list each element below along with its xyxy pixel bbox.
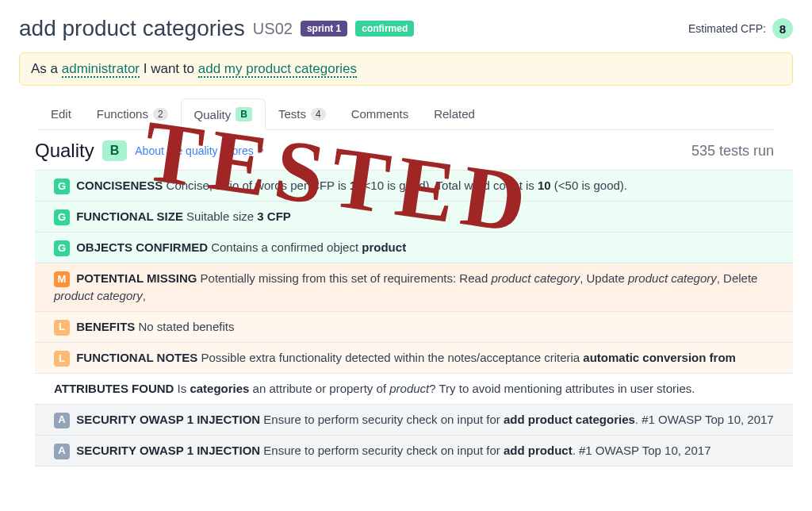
confirmed-badge: confirmed [355, 21, 414, 36]
grade-pill: G [54, 240, 70, 256]
grade-pill: A [54, 444, 70, 459]
tests-run-count: 535 tests run [691, 143, 774, 159]
quality-row-attributes-found: ATTRIBUTES FOUND Is categories an attrib… [35, 374, 793, 405]
tab-edit-label: Edit [51, 107, 71, 121]
row-label: POTENTIAL MISSING [76, 271, 197, 285]
row-bold: product [362, 240, 406, 254]
quality-row-objects-confirmed: G OBJECTS CONFIRMED Contains a confirmed… [35, 232, 793, 263]
row-text: . #1 OWASP Top 10, 2017 [635, 413, 774, 426]
grade-pill: A [54, 413, 70, 428]
quality-grade: B [102, 140, 128, 161]
row-label: SECURITY OWASP 1 INJECTION [76, 413, 260, 426]
quality-row-conciseness: G CONCISENESS Concise, ratio of words pe… [35, 171, 793, 202]
row-label: FUNCTIONAL SIZE [76, 209, 183, 223]
quality-row-benefits: L BENEFITS No stated benefits [35, 312, 793, 343]
quality-heading: Quality B About the quality scores ↗ 535… [19, 140, 793, 162]
story-prefix: As a [31, 61, 62, 76]
row-text: (<10 is good). Total word count is [356, 179, 538, 192]
cfp-label: Estimated CFP: [688, 22, 766, 35]
row-em: product [389, 382, 429, 395]
story-sentence: As a administrator I want to add my prod… [19, 52, 793, 86]
tab-related-label: Related [434, 107, 475, 121]
row-text: Ensure to perform security check on inpu… [263, 444, 504, 457]
row-text: Suitable size [186, 209, 257, 223]
row-text: . #1 OWASP Top 10, 2017 [573, 444, 711, 457]
grade-pill: M [54, 271, 70, 287]
tab-functions-label: Functions [97, 107, 148, 121]
story-id: US02 [253, 20, 293, 38]
row-text: Concise, ratio of words per CFP is [167, 179, 350, 192]
row-em: product category [491, 271, 580, 285]
quality-row-functional-notes: L FUNCTIONAL NOTES Possible extra functi… [35, 343, 793, 374]
tests-count: 4 [311, 108, 326, 121]
tab-quality-label: Quality [194, 108, 232, 121]
quality-row-security-owasp-1: A SECURITY OWASP 1 INJECTION Ensure to p… [35, 405, 793, 436]
cfp-value: 8 [772, 18, 793, 39]
tab-edit[interactable]: Edit [38, 98, 84, 129]
row-em: product category [54, 289, 143, 302]
row-label: FUNCTIONAL NOTES [76, 351, 197, 364]
row-label: SECURITY OWASP 1 INJECTION [76, 444, 260, 457]
quality-title: Quality [35, 140, 94, 162]
row-text: No stated benefits [139, 320, 235, 333]
row-text: Is [178, 382, 190, 395]
row-bold: 10 [538, 179, 551, 192]
sprint-badge: sprint 1 [301, 21, 347, 36]
quality-rows: G CONCISENESS Concise, ratio of words pe… [35, 170, 793, 467]
row-text: Ensure to perform security check on inpu… [263, 413, 504, 426]
story-middle: I want to [140, 61, 198, 76]
grade-pill: G [54, 209, 70, 225]
grade-pill: L [54, 320, 70, 336]
tab-quality[interactable]: Quality B [181, 98, 266, 130]
row-label: CONCISENESS [76, 179, 163, 192]
row-text: , [143, 289, 146, 302]
quality-row-potential-missing: M POTENTIAL MISSING Potentially missing … [35, 263, 793, 312]
about-quality-text: About the quality scores [135, 144, 253, 157]
tab-tests-label: Tests [278, 107, 306, 121]
grade-pill: G [54, 179, 70, 194]
row-text: an attribute or property of [249, 382, 389, 395]
quality-row-functional-size: G FUNCTIONAL SIZE Suitable size 3 CFP [35, 202, 793, 232]
tab-comments-label: Comments [351, 107, 409, 121]
page-header: add product categories US02 sprint 1 con… [19, 16, 793, 41]
story-role[interactable]: administrator [62, 61, 140, 78]
row-text: , Delete [717, 271, 758, 285]
row-label: BENEFITS [76, 320, 135, 333]
row-bold: 3 CFP [257, 209, 291, 223]
row-label: ATTRIBUTES FOUND [54, 382, 174, 395]
row-em: product category [628, 271, 717, 285]
row-text: Potentially missing from this set of req… [201, 271, 492, 285]
story-action[interactable]: add my product categories [198, 61, 357, 78]
row-bold: add product [504, 444, 573, 457]
row-bold: automatic conversion from [583, 351, 736, 364]
grade-pill: L [54, 351, 70, 367]
row-bold: categories [190, 382, 249, 395]
row-bold: add product categories [504, 413, 635, 426]
functions-count: 2 [153, 108, 168, 121]
row-label: OBJECTS CONFIRMED [76, 240, 208, 254]
tabs: Edit Functions 2 Quality B Tests 4 Comme… [38, 98, 774, 130]
quality-row-security-owasp-2: A SECURITY OWASP 1 INJECTION Ensure to p… [35, 436, 793, 467]
row-text: ? Try to avoid mentioning attributes in … [429, 382, 695, 395]
row-text: Contains a confirmed object [211, 240, 362, 254]
row-text: Possible extra functionality detected wi… [201, 351, 583, 364]
tab-comments[interactable]: Comments [339, 98, 422, 129]
row-text: , Update [580, 271, 628, 285]
external-link-icon: ↗ [257, 146, 264, 156]
tab-tests[interactable]: Tests 4 [266, 98, 339, 129]
about-quality-link[interactable]: About the quality scores ↗ [135, 144, 263, 157]
tab-related[interactable]: Related [421, 98, 488, 129]
story-title: add product categories [19, 16, 245, 41]
quality-grade-badge: B [236, 107, 252, 121]
tab-functions[interactable]: Functions 2 [84, 98, 181, 129]
row-text: (<50 is good). [551, 179, 627, 192]
